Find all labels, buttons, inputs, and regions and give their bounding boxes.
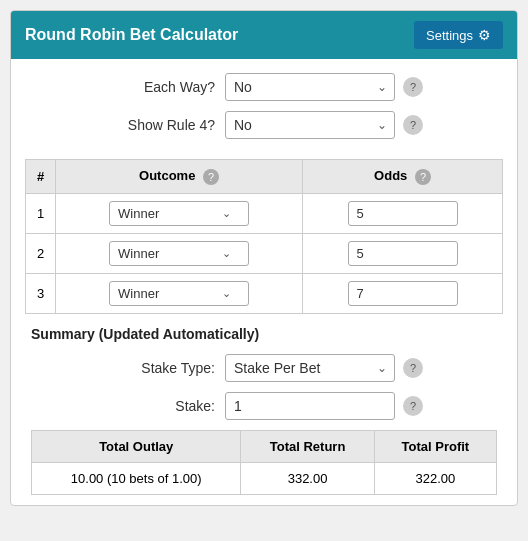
each-way-help-button[interactable]: ? <box>403 77 423 97</box>
odds-input[interactable] <box>348 281 458 306</box>
summary-result-row: 10.00 (10 bets of 1.00) 332.00 322.00 <box>32 462 497 494</box>
stake-row: Stake: ? <box>31 392 497 420</box>
show-rule-help-button[interactable]: ? <box>403 115 423 135</box>
row-number: 1 <box>26 193 56 233</box>
col-outcome-header: Outcome ? <box>56 160 303 194</box>
form-section: Each Way? No Yes ⌄ ? Show Rule 4? No Yes… <box>11 59 517 159</box>
total-profit-value: 322.00 <box>374 462 496 494</box>
outcome-cell: WinnerLoserEach Way WinEach Way PlaceVoi… <box>56 273 303 313</box>
settings-button[interactable]: Settings ⚙ <box>414 21 503 49</box>
odds-cell <box>303 193 503 233</box>
each-way-label: Each Way? <box>105 79 225 95</box>
row-number: 2 <box>26 233 56 273</box>
show-rule-label: Show Rule 4? <box>105 117 225 133</box>
col-return-header: Total Return <box>241 430 374 462</box>
row-number: 3 <box>26 273 56 313</box>
each-way-row: Each Way? No Yes ⌄ ? <box>31 73 497 101</box>
outcome-help-icon[interactable]: ? <box>203 169 219 185</box>
total-return-value: 332.00 <box>241 462 374 494</box>
total-outlay-value: 10.00 (10 bets of 1.00) <box>32 462 241 494</box>
settings-label: Settings <box>426 28 473 43</box>
stake-type-select-wrapper: Stake Per Bet Total Stake ⌄ <box>225 354 395 382</box>
col-profit-header: Total Profit <box>374 430 496 462</box>
table-row: 2WinnerLoserEach Way WinEach Way PlaceVo… <box>26 233 503 273</box>
show-rule-select-wrapper: No Yes ⌄ <box>225 111 395 139</box>
show-rule-select[interactable]: No Yes <box>225 111 395 139</box>
calculator-container: Round Robin Bet Calculator Settings ⚙ Ea… <box>10 10 518 506</box>
header: Round Robin Bet Calculator Settings ⚙ <box>11 11 517 59</box>
table-row: 3WinnerLoserEach Way WinEach Way PlaceVo… <box>26 273 503 313</box>
odds-input[interactable] <box>348 201 458 226</box>
stake-type-select[interactable]: Stake Per Bet Total Stake <box>225 354 395 382</box>
app-title: Round Robin Bet Calculator <box>25 26 238 44</box>
summary-results-table: Total Outlay Total Return Total Profit 1… <box>31 430 497 495</box>
odds-cell <box>303 273 503 313</box>
stake-type-label: Stake Type: <box>105 360 225 376</box>
each-way-select[interactable]: No Yes <box>225 73 395 101</box>
col-outlay-header: Total Outlay <box>32 430 241 462</box>
stake-type-help-button[interactable]: ? <box>403 358 423 378</box>
outcome-cell: WinnerLoserEach Way WinEach Way PlaceVoi… <box>56 233 303 273</box>
stake-input[interactable] <box>225 392 395 420</box>
odds-help-icon[interactable]: ? <box>415 169 431 185</box>
show-rule-row: Show Rule 4? No Yes ⌄ ? <box>31 111 497 139</box>
outcome-cell: WinnerLoserEach Way WinEach Way PlaceVoi… <box>56 193 303 233</box>
outcome-select[interactable]: WinnerLoserEach Way WinEach Way PlaceVoi… <box>109 241 249 266</box>
table-row: 1WinnerLoserEach Way WinEach Way PlaceVo… <box>26 193 503 233</box>
odds-input[interactable] <box>348 241 458 266</box>
summary-title: Summary (Updated Automatically) <box>31 326 497 342</box>
stake-label: Stake: <box>105 398 225 414</box>
summary-section: Summary (Updated Automatically) Stake Ty… <box>11 314 517 505</box>
stake-type-row: Stake Type: Stake Per Bet Total Stake ⌄ … <box>31 354 497 382</box>
gear-icon: ⚙ <box>478 27 491 43</box>
each-way-select-wrapper: No Yes ⌄ <box>225 73 395 101</box>
col-odds-header: Odds ? <box>303 160 503 194</box>
stake-help-button[interactable]: ? <box>403 396 423 416</box>
col-number-header: # <box>26 160 56 194</box>
bets-table-section: # Outcome ? Odds ? 1WinnerLoserEach Way … <box>11 159 517 314</box>
outcome-select[interactable]: WinnerLoserEach Way WinEach Way PlaceVoi… <box>109 281 249 306</box>
odds-cell <box>303 233 503 273</box>
bets-table: # Outcome ? Odds ? 1WinnerLoserEach Way … <box>25 159 503 314</box>
outcome-select[interactable]: WinnerLoserEach Way WinEach Way PlaceVoi… <box>109 201 249 226</box>
